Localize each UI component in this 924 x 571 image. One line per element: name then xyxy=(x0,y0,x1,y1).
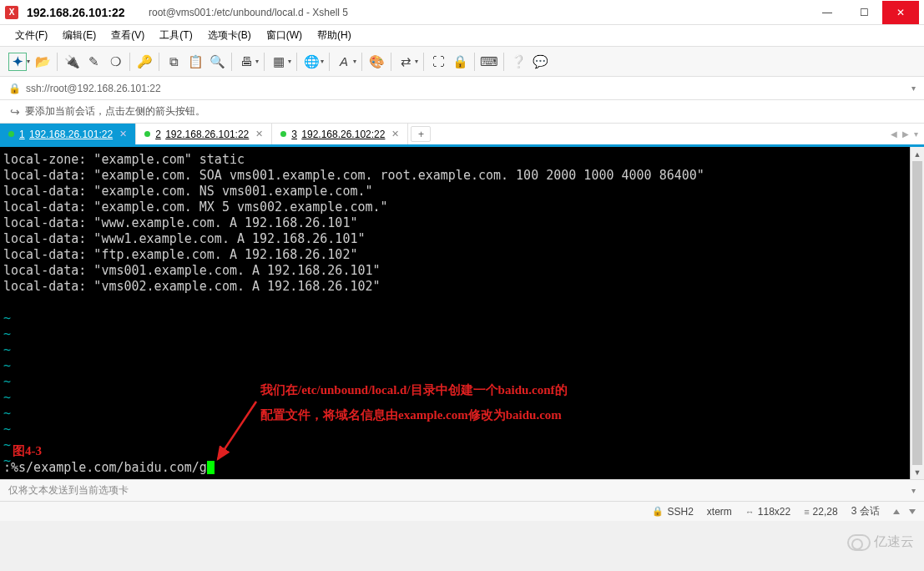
status-cursor: ≡22,28 xyxy=(804,506,837,518)
terminal-line: local-data: "www.example.com. A 192.168.… xyxy=(3,215,921,231)
tab-label: 192.168.26.102:22 xyxy=(301,129,385,140)
tab-close-icon[interactable]: ✕ xyxy=(255,129,263,139)
annotation-line2: 配置文件，将域名信息由example.com修改为baidu.com xyxy=(260,407,562,423)
terminal-line: local-data: "example.com. SOA vms001.exa… xyxy=(3,168,921,184)
tab-close-icon[interactable]: ✕ xyxy=(119,129,127,139)
find-icon[interactable]: 🔍 xyxy=(208,53,226,71)
tab-3[interactable]: 3 192.168.26.102:22 ✕ xyxy=(272,124,408,144)
maximize-button[interactable]: ☐ xyxy=(846,1,882,24)
terminal-line: local-data: "example.com. NS vms001.exam… xyxy=(3,184,921,200)
app-icon: X xyxy=(5,6,18,19)
print-icon[interactable]: 🖶 xyxy=(237,53,255,71)
minimize-button[interactable]: — xyxy=(809,1,846,24)
vim-tilde: ~ xyxy=(3,422,921,437)
vim-command-text: :%s/example.com/baidu.com/g xyxy=(3,460,207,475)
properties-icon[interactable]: ❍ xyxy=(106,53,124,71)
sendbar-text: 仅将文本发送到当前选项卡 xyxy=(8,483,129,498)
lock-icon[interactable]: 🔒 xyxy=(451,53,469,71)
sendbar[interactable]: 仅将文本发送到当前选项卡 ▾ xyxy=(0,479,924,501)
layout-icon[interactable]: ▦ xyxy=(270,53,288,71)
terminal-line: local-data: "ftp.example.com. A 192.168.… xyxy=(3,247,921,263)
terminal-line: local-data: "www1.example.com. A 192.168… xyxy=(3,231,921,247)
web-icon[interactable]: 🌐 xyxy=(302,53,321,71)
tab-scroll: ◀ ▶ ▾ xyxy=(885,124,924,144)
help-icon[interactable]: ❔ xyxy=(509,53,528,71)
color-icon[interactable]: 🎨 xyxy=(367,53,386,71)
key-icon[interactable]: 🔑 xyxy=(135,53,154,71)
disconnect-icon[interactable]: ✎ xyxy=(84,53,103,71)
terminal-line: local-data: "vms002.example.com. A 192.1… xyxy=(3,279,921,295)
status-termtype: xterm xyxy=(707,506,732,518)
address-dropdown-icon[interactable]: ▾ xyxy=(911,83,916,93)
menubar: 文件(F) 编辑(E) 查看(V) 工具(T) 选项卡(B) 窗口(W) 帮助(… xyxy=(0,25,924,47)
fullscreen-icon[interactable]: ⛶ xyxy=(429,53,447,71)
tabstrip: 1 192.168.26.101:22 ✕ 2 192.168.26.101:2… xyxy=(0,124,924,147)
resize-icon: ↔ xyxy=(745,507,755,517)
vertical-scrollbar[interactable]: ▲ ▼ xyxy=(910,147,924,479)
tab-number: 1 xyxy=(19,129,25,140)
hint-add-icon[interactable]: ↪ xyxy=(10,105,20,119)
sendbar-dropdown-icon[interactable]: ▾ xyxy=(911,486,916,495)
close-button[interactable]: ✕ xyxy=(882,1,919,24)
tab-label: 192.168.26.101:22 xyxy=(165,129,249,140)
terminal-line: local-data: "vms001.example.com. A 192.1… xyxy=(3,263,921,279)
status-size: ↔118x22 xyxy=(745,506,790,518)
vim-command-line[interactable]: :%s/example.com/baidu.com/g xyxy=(3,460,215,476)
watermark-logo-icon xyxy=(847,534,871,551)
vim-tilde: ~ xyxy=(3,342,921,358)
tab-scroll-left-icon[interactable]: ◀ xyxy=(888,129,900,139)
lock-icon: 🔒 xyxy=(652,506,664,517)
open-icon[interactable]: 📂 xyxy=(33,53,52,71)
font-icon[interactable]: A xyxy=(335,53,353,71)
tab-scroll-right-icon[interactable]: ▶ xyxy=(900,129,911,139)
scroll-up-icon[interactable]: ▲ xyxy=(911,147,924,161)
menu-edit[interactable]: 编辑(E) xyxy=(58,25,101,46)
menu-help[interactable]: 帮助(H) xyxy=(312,25,356,46)
menu-view[interactable]: 查看(V) xyxy=(106,25,149,46)
menu-tabs[interactable]: 选项卡(B) xyxy=(203,25,256,46)
keyboard-icon[interactable]: ⌨ xyxy=(480,53,498,71)
figure-label: 图4-3 xyxy=(13,443,42,459)
status-dot-icon xyxy=(280,131,286,137)
window-subtitle: root@vms001:/etc/unbound/local.d - Xshel… xyxy=(149,7,348,18)
cursor-icon: ≡ xyxy=(804,507,809,517)
hintbar: ↪ 要添加当前会话，点击左侧的箭头按钮。 xyxy=(0,100,924,124)
menu-tools[interactable]: 工具(T) xyxy=(154,25,197,46)
lock-small-icon: 🔒 xyxy=(8,83,21,94)
addressbar: 🔒 ssh://root@192.168.26.101:22 ▾ xyxy=(0,77,924,100)
menu-file[interactable]: 文件(F) xyxy=(10,25,53,46)
chat-icon[interactable]: 💬 xyxy=(531,53,549,71)
tab-2[interactable]: 2 192.168.26.101:22 ✕ xyxy=(136,124,272,144)
terminal-cursor xyxy=(207,461,215,474)
terminal[interactable]: local-zone: "example.com" static local-d… xyxy=(0,147,924,479)
transfer-icon[interactable]: ⇄ xyxy=(396,53,415,71)
statusbar: 🔒SSH2 xterm ↔118x22 ≡22,28 3 会话 xyxy=(0,501,924,521)
tab-list-icon[interactable]: ▾ xyxy=(911,129,921,139)
annotation-arrow-icon xyxy=(213,397,263,464)
window-title: 192.168.26.101:22 xyxy=(27,6,135,19)
terminal-wrap: local-zone: "example.com" static local-d… xyxy=(0,147,924,479)
status-sessions: 3 会话 xyxy=(851,504,880,518)
tab-number: 3 xyxy=(291,129,297,140)
address-url[interactable]: ssh://root@192.168.26.101:22 xyxy=(26,83,911,94)
toolbar: ✦▾ 📂 🔌 ✎ ❍ 🔑 ⧉ 📋 🔍 🖶▾ ▦▾ 🌐▾ A▾ 🎨 ⇄▾ ⛶ 🔒 … xyxy=(0,47,924,77)
hint-text: 要添加当前会话，点击左侧的箭头按钮。 xyxy=(25,104,205,119)
reconnect-icon[interactable]: 🔌 xyxy=(63,53,81,71)
terminal-empty xyxy=(3,295,921,311)
status-dot-icon xyxy=(144,131,150,137)
vim-tilde: ~ xyxy=(3,437,921,453)
watermark-text: 亿速云 xyxy=(874,533,914,551)
tab-1[interactable]: 1 192.168.26.101:22 ✕ xyxy=(0,124,136,144)
new-session-icon[interactable]: ✦ xyxy=(8,53,27,71)
tab-close-icon[interactable]: ✕ xyxy=(391,129,399,139)
new-tab-button[interactable]: + xyxy=(411,126,431,142)
status-protocol: 🔒SSH2 xyxy=(652,506,693,518)
vim-tilde: ~ xyxy=(3,358,921,374)
paste-icon[interactable]: 📋 xyxy=(186,53,204,71)
vim-tilde: ~ xyxy=(3,311,921,326)
scroll-down-icon[interactable]: ▼ xyxy=(911,465,924,479)
titlebar: X 192.168.26.101:22 root@vms001:/etc/unb… xyxy=(0,0,924,25)
copy-icon[interactable]: ⧉ xyxy=(164,53,183,71)
menu-window[interactable]: 窗口(W) xyxy=(261,25,307,46)
scroll-thumb[interactable] xyxy=(912,161,922,465)
